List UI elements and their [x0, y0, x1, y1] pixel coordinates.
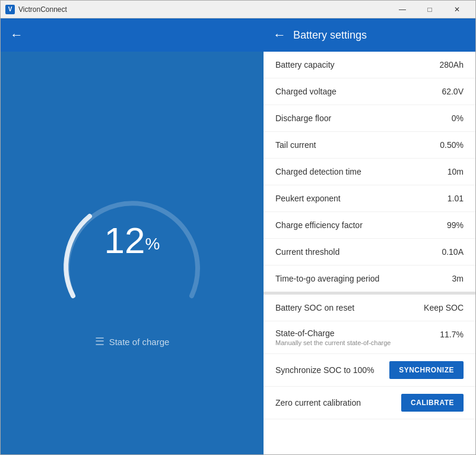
calibrate-label: Zero current calibration — [275, 398, 361, 407]
calibrate-row: Zero current calibration CALIBRATE — [264, 387, 475, 419]
table-row: Peukert exponent 1.01 — [264, 185, 475, 212]
row-label: Battery SOC on reset — [275, 303, 354, 312]
row-label: Charged detection time — [275, 167, 361, 176]
table-row: Charged detection time 10m — [264, 159, 475, 185]
row-value: 280Ah — [440, 60, 464, 69]
synchronize-row: Synchronize SOC to 100% SYNCHRONIZE — [264, 354, 475, 387]
left-header: ← — [1, 18, 264, 52]
row-label: Tail current — [275, 140, 316, 150]
row-label: Discharge floor — [275, 113, 331, 123]
table-row: Battery SOC on reset Keep SOC — [264, 295, 475, 321]
calibrate-button[interactable]: CALIBRATE — [401, 394, 464, 412]
table-row: Battery capacity 280Ah — [264, 52, 475, 78]
gauge-text: 12% — [104, 222, 160, 259]
left-panel: ← 12% ☰ State of charge — [1, 18, 264, 455]
app-icon: V — [5, 5, 15, 14]
soc-label-main: State-of-Charge — [275, 328, 391, 338]
table-row: Tail current 0.50% — [264, 132, 475, 159]
table-row: State-of-Charge Manually set the current… — [264, 321, 475, 354]
table-row: Charged voltage 62.0V — [264, 78, 475, 105]
row-value: 99% — [447, 220, 464, 230]
table-row: Time-to-go averaging period 3m — [264, 266, 475, 292]
settings-list: Battery capacity 280Ah Charged voltage 6… — [264, 52, 475, 455]
gauge-value: 12 — [104, 220, 145, 261]
state-label-text: State of charge — [109, 337, 170, 347]
right-header: ← Battery settings — [264, 18, 475, 52]
row-value: 1.01 — [448, 194, 464, 203]
table-row: Discharge floor 0% — [264, 105, 475, 132]
row-value: 62.0V — [442, 87, 464, 96]
soc-value: 11.7% — [440, 328, 464, 339]
row-value: Keep SOC — [424, 303, 464, 312]
row-label: Charged voltage — [275, 87, 337, 96]
row-value: 3m — [452, 274, 464, 283]
synchronize-button[interactable]: SYNCHRONIZE — [389, 361, 464, 379]
gauge-container: 12% — [49, 159, 215, 326]
row-label: Current threshold — [275, 247, 339, 257]
right-header-title: Battery settings — [293, 29, 367, 42]
close-button[interactable]: ✕ — [443, 1, 471, 18]
table-row: Charge efficiency factor 99% — [264, 212, 475, 239]
title-bar: V VictronConnect — □ ✕ — [1, 1, 475, 18]
row-value: 0% — [452, 113, 464, 123]
row-label: Battery capacity — [275, 60, 335, 69]
settings-section-2: Battery SOC on reset Keep SOC State-of-C… — [264, 292, 475, 419]
gauge-percent-sign: % — [145, 235, 160, 253]
app-title: VictronConnect — [18, 5, 389, 14]
left-back-button[interactable]: ← — [10, 27, 23, 43]
settings-section-1: Battery capacity 280Ah Charged voltage 6… — [264, 52, 475, 292]
synchronize-label: Synchronize SOC to 100% — [275, 365, 375, 375]
state-label-icon: ☰ — [95, 335, 104, 348]
table-row: Current threshold 0.10A — [264, 239, 475, 266]
row-value: 0.10A — [442, 247, 464, 257]
row-label: Time-to-go averaging period — [275, 274, 379, 283]
minimize-button[interactable]: — — [389, 1, 416, 18]
right-back-button[interactable]: ← — [273, 27, 286, 43]
row-value: 10m — [448, 167, 464, 176]
state-label: ☰ State of charge — [95, 335, 170, 348]
right-panel: ← Battery settings Battery capacity 280A… — [264, 18, 475, 455]
row-label: Charge efficiency factor — [275, 220, 363, 230]
gauge-area: 12% ☰ State of charge — [1, 52, 264, 455]
soc-label-sub: Manually set the current state-of-charge — [275, 339, 391, 346]
row-label: Peukert exponent — [275, 194, 341, 203]
window-controls: — □ ✕ — [389, 1, 471, 18]
row-value: 0.50% — [440, 140, 464, 150]
row-label-block: State-of-Charge Manually set the current… — [275, 328, 391, 346]
maximize-button[interactable]: □ — [416, 1, 443, 18]
app-body: ← 12% ☰ State of charge — [1, 18, 475, 455]
